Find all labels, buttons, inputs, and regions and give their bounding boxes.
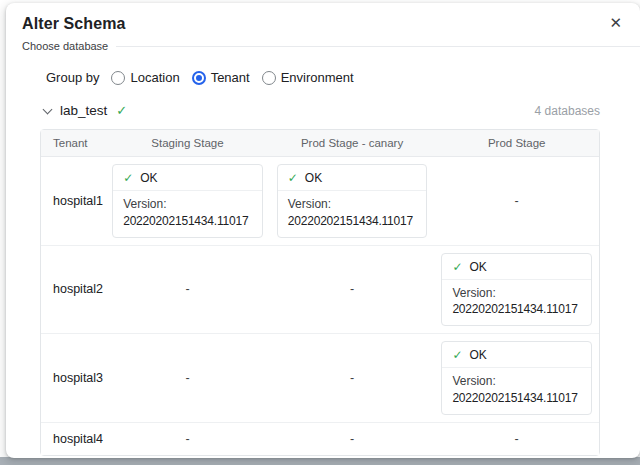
empty-stage-dash: - bbox=[350, 432, 354, 446]
subtitle-divider bbox=[116, 46, 640, 47]
radio-tenant-label: Tenant bbox=[211, 70, 250, 85]
version-value: 20220202151434.11017 bbox=[452, 301, 581, 318]
column-header-prod-canary: Prod Stage - canary bbox=[270, 130, 435, 157]
version-label: Version: bbox=[452, 285, 581, 302]
status-card[interactable]: ✓ OK Version: 20220202151434.11017 bbox=[441, 341, 592, 415]
version-value: 20220202151434.11017 bbox=[123, 213, 252, 230]
version-label: Version: bbox=[288, 196, 417, 213]
version-value: 20220202151434.11017 bbox=[288, 213, 417, 230]
status-label: OK bbox=[140, 171, 157, 185]
empty-stage-dash: - bbox=[350, 371, 354, 385]
table-header-row: Tenant Staging Stage Prod Stage - canary… bbox=[41, 130, 599, 157]
dialog-title: Alter Schema bbox=[22, 15, 640, 33]
chevron-down-icon[interactable] bbox=[43, 104, 53, 114]
status-card[interactable]: ✓ OK Version: 20220202151434.11017 bbox=[441, 253, 592, 327]
tenant-name: hospital4 bbox=[41, 422, 105, 455]
close-icon[interactable]: ✕ bbox=[607, 13, 624, 32]
subtitle-row: Choose database bbox=[22, 40, 640, 52]
empty-stage-dash: - bbox=[185, 432, 189, 446]
version-label: Version: bbox=[452, 373, 581, 390]
table-row-hospital4: hospital4 - - - bbox=[41, 422, 599, 455]
dialog-header: Alter Schema Choose database ✕ bbox=[6, 3, 640, 52]
column-header-staging: Staging Stage bbox=[105, 130, 270, 157]
empty-stage-dash: - bbox=[185, 282, 189, 296]
radio-tenant[interactable]: Tenant bbox=[192, 70, 250, 85]
tenant-name: hospital1 bbox=[41, 157, 105, 245]
empty-stage-dash: - bbox=[515, 432, 519, 446]
check-icon: ✓ bbox=[452, 348, 462, 362]
radio-environment-icon[interactable] bbox=[262, 71, 276, 85]
group-by-row: Group by Location Tenant Environment bbox=[46, 70, 600, 85]
alter-schema-dialog: Alter Schema Choose database ✕ Group by … bbox=[6, 3, 640, 458]
status-label: OK bbox=[469, 260, 486, 274]
check-icon: ✓ bbox=[288, 171, 298, 185]
database-count: 4 databases bbox=[535, 104, 600, 118]
radio-location[interactable]: Location bbox=[111, 70, 179, 85]
table-row-hospital1: hospital1 ✓ OK Version: 20220202151434.1… bbox=[41, 157, 599, 245]
empty-stage-dash: - bbox=[515, 194, 519, 208]
status-label: OK bbox=[469, 348, 486, 362]
radio-location-label: Location bbox=[130, 70, 179, 85]
radio-tenant-icon[interactable] bbox=[192, 71, 206, 85]
column-header-tenant: Tenant bbox=[41, 130, 105, 157]
check-icon: ✓ bbox=[452, 260, 462, 274]
tenant-name: hospital3 bbox=[41, 333, 105, 422]
status-card[interactable]: ✓ OK Version: 20220202151434.11017 bbox=[112, 164, 263, 238]
table-row-hospital3: hospital3 - - ✓ OK Version: 202202021514… bbox=[41, 333, 599, 422]
radio-location-icon[interactable] bbox=[111, 71, 125, 85]
dialog-content: Group by Location Tenant Environment lab… bbox=[6, 52, 640, 465]
table-row-hospital2: hospital2 - - ✓ OK Version: 202202021514… bbox=[41, 245, 599, 334]
status-label: OK bbox=[305, 171, 322, 185]
tenant-name: hospital2 bbox=[41, 245, 105, 334]
database-group-name: lab_test bbox=[60, 103, 107, 118]
group-by-label: Group by bbox=[46, 70, 99, 85]
database-group-row[interactable]: lab_test ✓ 4 databases bbox=[42, 103, 600, 118]
column-header-prod: Prod Stage bbox=[434, 130, 599, 157]
version-label: Version: bbox=[123, 196, 252, 213]
group-check-icon: ✓ bbox=[116, 103, 127, 118]
dialog-subtitle: Choose database bbox=[22, 40, 108, 52]
empty-stage-dash: - bbox=[350, 282, 354, 296]
radio-environment-label: Environment bbox=[281, 70, 354, 85]
version-value: 20220202151434.11017 bbox=[452, 390, 581, 407]
check-icon: ✓ bbox=[123, 171, 133, 185]
status-card[interactable]: ✓ OK Version: 20220202151434.11017 bbox=[277, 164, 428, 238]
databases-table: Tenant Staging Stage Prod Stage - canary… bbox=[40, 129, 600, 456]
empty-stage-dash: - bbox=[185, 371, 189, 385]
radio-environment[interactable]: Environment bbox=[262, 70, 354, 85]
